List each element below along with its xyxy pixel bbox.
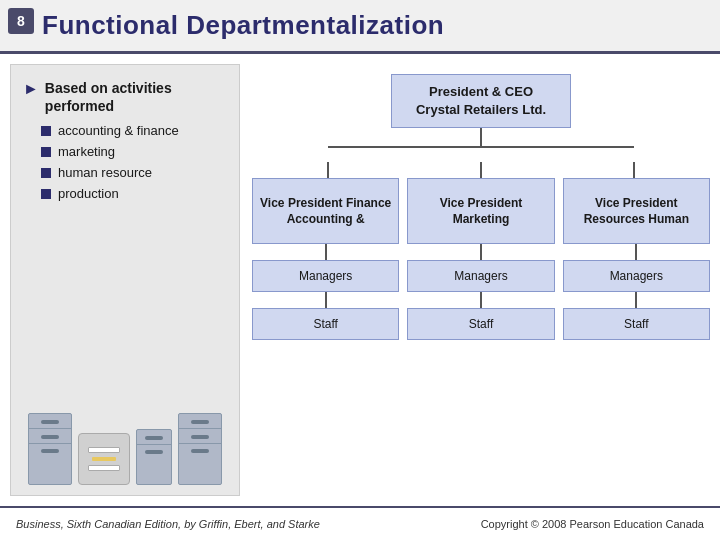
square-bullet-icon xyxy=(41,147,51,157)
machine-slot-sm xyxy=(92,457,116,461)
main-bullet-text: Based on activities performed xyxy=(45,79,227,115)
ceo-line1: President & CEO xyxy=(429,84,533,99)
vp-marketing-label: Vice President Marketing xyxy=(414,195,547,227)
cabinet-decoration xyxy=(23,405,227,485)
drawer-handle xyxy=(191,420,209,424)
managers-box-3: Managers xyxy=(563,260,710,292)
drawer-handle xyxy=(145,436,163,440)
v-drops xyxy=(252,162,710,178)
v-drop-3 xyxy=(557,162,710,178)
vp-finance-label: Vice President Finance Accounting & xyxy=(259,195,392,227)
ceo-line2: Crystal Retailers Ltd. xyxy=(416,102,546,117)
drawer xyxy=(179,414,221,429)
square-bullet-icon xyxy=(41,189,51,199)
v-drop-line xyxy=(480,162,482,178)
sub-bullet-text: production xyxy=(58,186,119,201)
org-chart: President & CEO Crystal Retailers Ltd. xyxy=(252,64,710,496)
staff-box-3: Staff xyxy=(563,308,710,340)
managers-label-3: Managers xyxy=(610,269,663,283)
v-drop-line xyxy=(327,162,329,178)
managers-label-1: Managers xyxy=(299,269,352,283)
sub-bullet-text: marketing xyxy=(58,144,115,159)
main-bullet-row: ► Based on activities performed xyxy=(23,79,227,115)
staff-box-2: Staff xyxy=(407,308,554,340)
arrow-icon: ► xyxy=(23,80,39,98)
list-item: marketing xyxy=(41,144,227,159)
footer: Business, Sixth Canadian Edition, by Gri… xyxy=(0,506,720,540)
bullet-section: ► Based on activities performed accounti… xyxy=(23,79,227,207)
header: Functional Departmentalization xyxy=(0,0,720,54)
staff-label-3: Staff xyxy=(624,317,648,331)
filing-cabinet-3 xyxy=(178,413,222,485)
vp-resources-label: Vice President Resources Human xyxy=(570,195,703,227)
drawer xyxy=(29,429,71,444)
drawer xyxy=(137,430,171,445)
v-drop-line xyxy=(633,162,635,178)
drawer xyxy=(29,414,71,429)
branch-line xyxy=(635,244,637,260)
branch-resources: Vice President Resources Human Managers … xyxy=(563,178,710,340)
square-bullet-icon xyxy=(41,168,51,178)
vp-resources-box: Vice President Resources Human xyxy=(563,178,710,244)
drawer-handle xyxy=(41,449,59,453)
staff-label-1: Staff xyxy=(313,317,337,331)
branch-marketing: Vice President Marketing Managers Staff xyxy=(407,178,554,340)
drawer-handle xyxy=(41,420,59,424)
h-connector-line xyxy=(328,146,634,148)
drawer-handle xyxy=(191,435,209,439)
filing-cabinet-1 xyxy=(28,413,72,485)
vp-branches: Vice President Finance Accounting & Mana… xyxy=(252,178,710,340)
drawer-handle xyxy=(145,450,163,454)
branch-line xyxy=(325,244,327,260)
vp-marketing-box: Vice President Marketing xyxy=(407,178,554,244)
vp-finance-box: Vice President Finance Accounting & xyxy=(252,178,399,244)
machine-slot xyxy=(88,447,120,453)
list-item: production xyxy=(41,186,227,201)
top-connector-v xyxy=(480,128,482,146)
drawer xyxy=(179,429,221,444)
list-item: accounting & finance xyxy=(41,123,227,138)
managers-label-2: Managers xyxy=(454,269,507,283)
drawer-handle xyxy=(41,435,59,439)
machine-slot xyxy=(88,465,120,471)
main-content: ► Based on activities performed accounti… xyxy=(0,54,720,506)
h-connector-wrap xyxy=(252,146,710,162)
branch-finance: Vice President Finance Accounting & Mana… xyxy=(252,178,399,340)
staff-box-1: Staff xyxy=(252,308,399,340)
filing-cabinet-2 xyxy=(136,429,172,485)
slide-title: Functional Departmentalization xyxy=(42,10,444,41)
v-drop-1 xyxy=(252,162,405,178)
branch-line xyxy=(635,292,637,308)
sub-bullet-list: accounting & finance marketing human res… xyxy=(23,123,227,201)
footer-left-text: Business, Sixth Canadian Edition, by Gri… xyxy=(16,518,320,530)
ceo-box: President & CEO Crystal Retailers Ltd. xyxy=(391,74,571,128)
drawer-handle xyxy=(191,449,209,453)
v-drop-2 xyxy=(405,162,558,178)
left-panel: ► Based on activities performed accounti… xyxy=(10,64,240,496)
managers-box-1: Managers xyxy=(252,260,399,292)
footer-right-text: Copyright © 2008 Pearson Education Canad… xyxy=(481,518,704,530)
sub-bullet-text: human resource xyxy=(58,165,152,180)
managers-box-2: Managers xyxy=(407,260,554,292)
sub-bullet-text: accounting & finance xyxy=(58,123,179,138)
slide-number: 8 xyxy=(8,8,34,34)
staff-label-2: Staff xyxy=(469,317,493,331)
office-machine xyxy=(78,433,130,485)
branch-line xyxy=(325,292,327,308)
branch-line xyxy=(480,244,482,260)
square-bullet-icon xyxy=(41,126,51,136)
branch-line xyxy=(480,292,482,308)
list-item: human resource xyxy=(41,165,227,180)
